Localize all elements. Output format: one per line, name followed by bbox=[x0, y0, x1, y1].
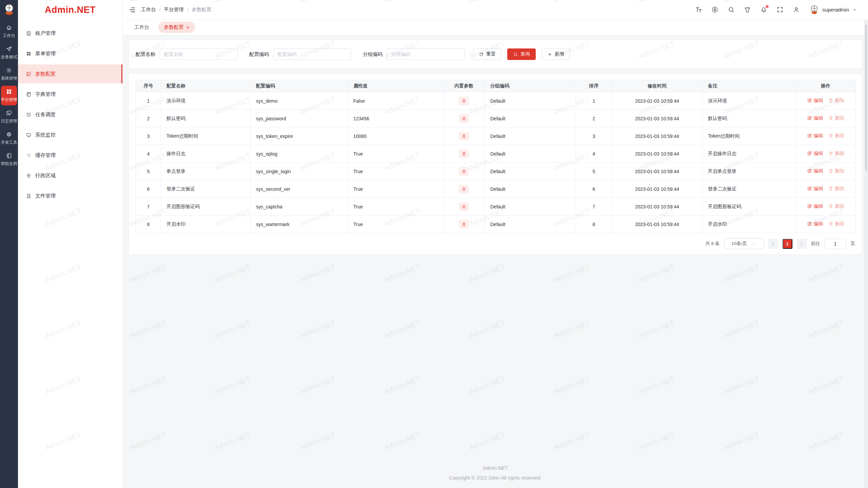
rail-item-system-mgmt[interactable]: 系统管理 bbox=[1, 64, 17, 84]
edit-button[interactable]: 编辑 bbox=[807, 150, 823, 157]
delete-button[interactable]: 删除 bbox=[828, 186, 845, 192]
cell-remark: 开启单点登录 bbox=[703, 163, 796, 180]
font-size-icon[interactable] bbox=[695, 6, 702, 13]
fullscreen-icon[interactable] bbox=[776, 6, 784, 13]
location-icon bbox=[26, 173, 32, 179]
delete-button[interactable]: 删除 bbox=[828, 115, 845, 121]
builtin-badge: 是 bbox=[459, 97, 469, 105]
breadcrumb-item: 参数配置 bbox=[192, 6, 212, 13]
rail-item-log-mgmt[interactable]: 日志管理 bbox=[1, 107, 17, 127]
filter-input-2[interactable] bbox=[387, 48, 465, 60]
cell-value: True bbox=[348, 145, 443, 163]
cell-group: Default bbox=[485, 163, 576, 180]
goto-page-input[interactable] bbox=[825, 239, 846, 249]
sidebar-item-system-monitor[interactable]: 系统监控 bbox=[18, 125, 122, 144]
trash-icon bbox=[828, 186, 833, 191]
sidebar-item-dict-mgmt[interactable]: 字典管理 bbox=[18, 85, 122, 104]
sidebar-item-file-mgmt[interactable]: 文件管理 bbox=[18, 186, 122, 205]
edit-button[interactable]: 编辑 bbox=[807, 221, 823, 227]
table-row: 7开启图形验证码sys_captchaTrue是Default72023-01-… bbox=[136, 198, 856, 216]
rail-item-label: 帮助文档 bbox=[1, 161, 17, 167]
edit-button[interactable]: 编辑 bbox=[807, 186, 823, 192]
cell-value: 10080 bbox=[348, 127, 443, 145]
rail-item-dev-tools[interactable]: 开发工具 bbox=[1, 128, 17, 148]
cell-time: 2023-01-03 10:59:44 bbox=[612, 163, 703, 180]
cell-remark: 开启操作日志 bbox=[703, 145, 796, 163]
cell-actions: 编辑删除 bbox=[796, 127, 856, 145]
sidebar-item-task-schedule[interactable]: 任务调度 bbox=[18, 105, 122, 124]
delete-button[interactable]: 删除 bbox=[828, 98, 845, 104]
cell-builtin: 是 bbox=[443, 163, 485, 180]
filter-input-0[interactable] bbox=[160, 48, 238, 60]
filter-input-1[interactable] bbox=[273, 48, 351, 60]
page-content: 配置名称配置编码分组编码 重置 查询 新增 bbox=[123, 35, 868, 488]
app-logo-mascot[interactable] bbox=[2, 2, 16, 17]
sidebar-item-admin-region[interactable]: 行政区域 bbox=[18, 166, 122, 185]
page-scrollbar[interactable] bbox=[864, 20, 868, 488]
tab-param-config[interactable]: 参数配置× bbox=[158, 22, 195, 33]
monitor-icon bbox=[26, 132, 32, 138]
tab-workbench[interactable]: 工作台 bbox=[134, 24, 149, 30]
page-size-select[interactable]: 10条/页 bbox=[724, 238, 764, 249]
delete-button[interactable]: 删除 bbox=[828, 168, 845, 174]
cell-time: 2023-01-03 10:59:44 bbox=[612, 216, 703, 233]
trash-icon bbox=[828, 151, 833, 156]
user-menu[interactable]: superadmin bbox=[809, 4, 857, 15]
main-area: 工作台/平台管理/参数配置 superadmin 工作台参数配置× 配置名称配置… bbox=[123, 0, 868, 488]
edit-icon bbox=[807, 98, 812, 103]
current-page-button[interactable]: 1 bbox=[783, 239, 792, 249]
rail-item-workbench[interactable]: 工作台 bbox=[1, 22, 17, 41]
username-label: superadmin bbox=[823, 7, 849, 13]
rail-item-business-test[interactable]: 业务测试 bbox=[1, 43, 17, 63]
cell-builtin: 是 bbox=[443, 127, 485, 145]
close-icon[interactable]: × bbox=[186, 25, 190, 30]
edit-button-label: 编辑 bbox=[814, 115, 823, 121]
edit-button[interactable]: 编辑 bbox=[807, 98, 823, 104]
filter-field-2: 分组编码 bbox=[363, 48, 465, 60]
sidebar-item-cache-mgmt[interactable]: 缓存管理 bbox=[18, 146, 122, 165]
next-page-button[interactable] bbox=[797, 239, 807, 249]
breadcrumb-item[interactable]: 平台管理 bbox=[164, 6, 184, 13]
cell-name: 登录二次验证 bbox=[161, 180, 251, 198]
scrollbar-thumb[interactable] bbox=[865, 25, 867, 170]
search-icon[interactable] bbox=[728, 6, 735, 13]
theme-icon[interactable] bbox=[744, 6, 751, 13]
breadcrumb-item[interactable]: 工作台 bbox=[141, 6, 156, 13]
cell-sort: 6 bbox=[576, 180, 612, 198]
search-button[interactable]: 查询 bbox=[507, 48, 536, 60]
trash-icon bbox=[828, 98, 833, 103]
cell-code: sys_password bbox=[251, 110, 348, 127]
rail-item-help-docs[interactable]: 帮助文档 bbox=[1, 150, 17, 169]
edit-button[interactable]: 编辑 bbox=[807, 168, 823, 174]
user-icon[interactable] bbox=[793, 6, 800, 13]
cell-actions: 编辑删除 bbox=[796, 110, 856, 127]
delete-button[interactable]: 删除 bbox=[828, 203, 845, 209]
edit-button[interactable]: 编辑 bbox=[807, 133, 823, 139]
column-header-group: 分组编码 bbox=[485, 80, 576, 92]
cell-group: Default bbox=[485, 127, 576, 145]
delete-button[interactable]: 删除 bbox=[828, 133, 845, 139]
cell-remark: 开启图形验证码 bbox=[703, 198, 796, 216]
copy-icon bbox=[6, 110, 12, 116]
rail-item-platform-mgmt[interactable]: 平台管理 bbox=[1, 86, 17, 105]
reset-button[interactable]: 重置 bbox=[473, 48, 501, 60]
bell-icon[interactable] bbox=[760, 6, 767, 13]
cell-name: 单点登录 bbox=[161, 163, 251, 180]
sidebar-item-param-config[interactable]: 参数配置 bbox=[18, 64, 122, 83]
topbar-left: 工作台/平台管理/参数配置 bbox=[129, 6, 212, 14]
delete-button[interactable]: 删除 bbox=[828, 221, 845, 227]
disc-icon[interactable] bbox=[711, 6, 718, 13]
filter-card: 配置名称配置编码分组编码 重置 查询 新增 bbox=[129, 39, 862, 69]
add-button[interactable]: 新增 bbox=[541, 48, 570, 60]
edit-button[interactable]: 编辑 bbox=[807, 203, 823, 209]
add-button-label: 新增 bbox=[555, 51, 564, 57]
cell-builtin: 是 bbox=[443, 198, 485, 216]
prev-page-button[interactable] bbox=[768, 239, 778, 249]
delete-button[interactable]: 删除 bbox=[828, 150, 845, 157]
edit-button[interactable]: 编辑 bbox=[807, 115, 823, 121]
fold-menu-icon[interactable] bbox=[129, 6, 136, 14]
sidebar-item-tenant-mgmt[interactable]: 租户管理 bbox=[18, 24, 122, 43]
sidebar-item-menu-mgmt[interactable]: 菜单管理 bbox=[18, 44, 122, 63]
cell-builtin: 是 bbox=[443, 216, 485, 233]
column-header-actions: 操作 bbox=[796, 80, 856, 92]
